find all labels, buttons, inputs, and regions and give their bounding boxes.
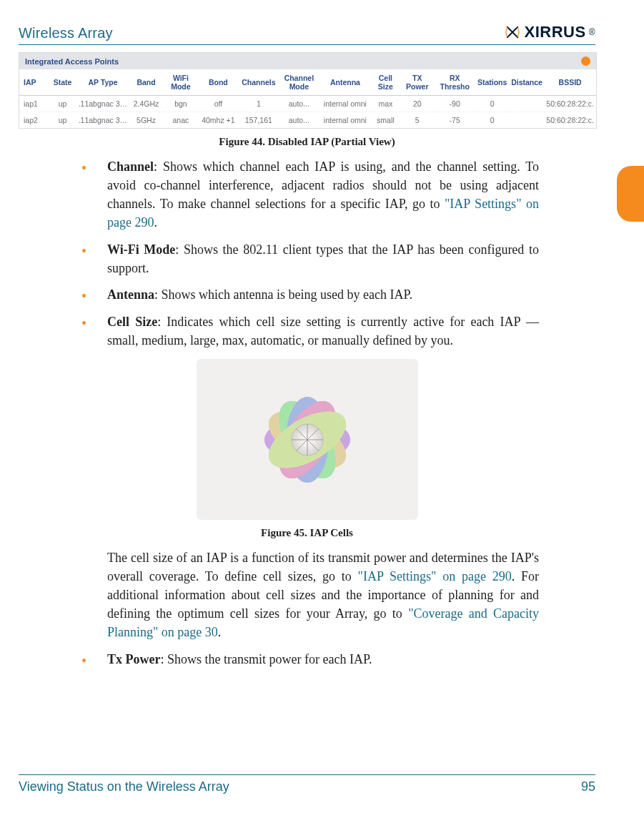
iap-table-screenshot: Integrated Access Points IAP State AP Ty… — [19, 52, 597, 129]
bullet-tx-power: Tx Power: Shows the transmit power for e… — [81, 651, 539, 669]
page-header-title: Wireless Array — [19, 25, 113, 41]
cell-size-paragraph: The cell size of an IAP is a function of… — [107, 549, 539, 642]
col-band: Band — [129, 69, 163, 96]
col-antenna: Antenna — [319, 69, 372, 96]
col-cellsize: Cell Size — [371, 69, 400, 96]
header-rule — [19, 44, 595, 45]
term-antenna: Antenna — [107, 287, 154, 302]
iap-table-title: Integrated Access Points — [25, 57, 119, 66]
bullet-channel: Channel: Shows which channel each IAP is… — [81, 158, 539, 232]
table-row: iap1up .11abgnac 3x32.4GHz bgnoff 1auto.… — [19, 96, 596, 112]
footer-section-title: Viewing Status on the Wireless Array — [19, 779, 229, 794]
term-wifi: Wi-Fi Mode — [107, 242, 175, 257]
brand-mark-icon — [503, 23, 522, 41]
page-side-tab — [617, 166, 644, 222]
table-row: iap2up .11abgnac 3x35GHz anac40mhz +1 15… — [19, 112, 596, 129]
col-channels: Channels — [239, 69, 279, 96]
figure-45-caption: Figure 45. IAP Cells — [19, 527, 595, 539]
col-wifimode: WiFi Mode — [164, 69, 198, 96]
figure-44-caption: Figure 44. Disabled IAP (Partial View) — [19, 136, 595, 148]
text-antenna: : Shows which antenna is being used by e… — [154, 287, 412, 302]
table-header-row: IAP State AP Type Band WiFi Mode Bond Ch… — [19, 69, 596, 96]
footer-page-number: 95 — [581, 779, 595, 794]
bullet-cell-size: Cell Size: Indicates which cell size set… — [81, 313, 539, 350]
figure-45-graphic — [197, 359, 418, 520]
col-txpower: TX Power — [400, 69, 435, 96]
brand-logo: XIRRUS® — [503, 23, 595, 41]
col-distance: Distance — [510, 69, 544, 96]
col-iap: IAP — [19, 69, 48, 96]
term-tx: Tx Power — [107, 652, 160, 666]
text-tx: : Shows the transmit power for each IAP. — [160, 652, 372, 666]
term-cell: Cell Size — [107, 315, 157, 329]
col-aptype: AP Type — [77, 69, 129, 96]
col-bssid: BSSID — [544, 69, 596, 96]
brand-logo-text: XIRRUS — [525, 23, 586, 41]
col-state: State — [48, 69, 76, 96]
col-bond: Bond — [198, 69, 238, 96]
link-iap-settings-2[interactable]: "IAP Settings" on page 290 — [358, 569, 512, 583]
col-stations: Stations — [475, 69, 509, 96]
footer-rule — [19, 774, 595, 775]
collapse-icon — [581, 56, 590, 66]
text-cell: : Indicates which cell size setting is c… — [107, 315, 539, 348]
term-channel: Channel — [107, 159, 154, 174]
col-rxthresh: RX Thresho — [435, 69, 475, 96]
col-chmode: Channel Mode — [279, 69, 319, 96]
bullet-antenna: Antenna: Shows which antenna is being us… — [81, 286, 539, 305]
bullet-wifi-mode: Wi-Fi Mode: Shows the 802.11 client type… — [81, 241, 539, 278]
